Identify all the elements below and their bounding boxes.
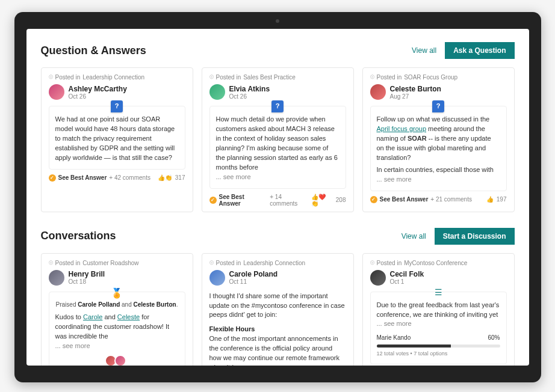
focus-group-link[interactable]: April focus group [377, 125, 427, 132]
avatar[interactable] [49, 270, 64, 286]
see-more-link[interactable]: ... see more [377, 320, 412, 327]
discussion-body: I thought I'd share some of the importan… [209, 292, 346, 366]
author-name[interactable]: Cecil Folk [390, 270, 424, 278]
qa-card[interactable]: ⦾ Posted in Leadership Connection Ashley… [41, 67, 193, 212]
conversation-card[interactable]: ⦾ Posted in Leadership Connection Carole… [202, 253, 354, 366]
posted-in: ⦾ Posted in MyContoso Conference [370, 260, 507, 266]
avatar[interactable] [209, 84, 225, 100]
discussion-subheading: Flexible Hours [209, 325, 346, 334]
mention-link[interactable]: Celeste [117, 313, 140, 320]
check-icon: ✓ [49, 174, 56, 182]
reactions[interactable]: 👍👏 317 [158, 174, 185, 181]
community-icon: ⦾ [370, 74, 374, 81]
author-row: Ashley McCarthy Oct 26 [49, 84, 185, 100]
qa-card[interactable]: ⦾ Posted in Sales Best Practice Elvia At… [202, 67, 354, 212]
avatar[interactable] [49, 84, 64, 100]
see-more-link[interactable]: ... see more [55, 342, 90, 349]
check-icon: ✓ [370, 196, 377, 203]
question-icon: ? [432, 100, 444, 112]
qa-view-all-link[interactable]: View all [412, 46, 436, 55]
avatar[interactable] [114, 355, 126, 366]
poll-body: ☰ Due to the great feedback from last ye… [370, 292, 507, 364]
question-body: ? We had at one point said our SOAR mode… [49, 106, 185, 170]
author-name[interactable]: Celeste Burton [390, 85, 441, 93]
author-row: Elvia Atkins Oct 26 [209, 84, 346, 100]
author-row: Cecil Folk Oct 1 [370, 270, 507, 286]
card-footer: ✓ See Best Answer + 42 comments 👍👏 317 [49, 174, 185, 182]
card-footer: ✓ See Best Answer + 14 comments 👍❤️👏 208 [209, 194, 346, 207]
praise-body: 🏅 Praised Carole Polland and Celeste Bur… [49, 292, 185, 366]
poll-option-pct: 60% [488, 334, 500, 343]
conv-section-header: Conversations View all Start a Discussio… [41, 228, 515, 245]
post-date: Oct 18 [69, 278, 105, 285]
avatar[interactable] [370, 270, 386, 286]
conv-section-actions: View all Start a Discussion [402, 228, 515, 245]
see-best-answer-link[interactable]: ✓ See Best Answer + 14 comments [209, 194, 311, 207]
device-camera [276, 19, 279, 23]
comments-count[interactable]: + 14 comments [270, 194, 311, 207]
posted-in: ⦾ Posted in Leadership Connection [49, 74, 185, 81]
poll-progress-bar [377, 345, 500, 348]
poll-option-row[interactable]: Marie Kando 60% [377, 334, 500, 343]
question-body: ? Follow up on what we discussed in the … [370, 106, 507, 191]
qa-section-header: Question & Answers View all Ask a Questi… [41, 42, 515, 59]
author-name[interactable]: Elvia Atkins [229, 85, 270, 93]
check-icon: ✓ [209, 197, 217, 204]
poll-meta: 12 total votes • 7 total options [377, 350, 500, 358]
ask-question-button[interactable]: Ask a Question [445, 42, 514, 59]
avatar[interactable] [370, 84, 386, 100]
praise-icon: 🏅 [111, 286, 123, 298]
posted-in: ⦾ Posted in Sales Best Practice [209, 74, 346, 81]
author-row: Celeste Burton Aug 27 [370, 84, 507, 100]
question-icon: ? [111, 100, 123, 112]
see-best-answer-link[interactable]: ✓ See Best Answer + 42 comments [49, 174, 150, 182]
comments-count[interactable]: + 42 comments [109, 174, 150, 181]
reactions[interactable]: 👍❤️👏 208 [311, 194, 346, 207]
post-date: Oct 11 [229, 278, 278, 285]
poll-icon: ☰ [435, 286, 442, 298]
card-footer: ✓ See Best Answer + 21 comments 👍 197 [370, 196, 507, 203]
qa-card[interactable]: ⦾ Posted in SOAR Focus Group Celeste Bur… [362, 67, 515, 212]
conversation-card[interactable]: ⦾ Posted in MyContoso Conference Cecil F… [362, 253, 515, 366]
author-name[interactable]: Ashley McCarthy [69, 85, 127, 93]
praised-line: Praised Carole Polland and Celeste Burto… [55, 301, 179, 310]
see-best-answer-link[interactable]: ✓ See Best Answer + 21 comments [370, 196, 472, 203]
question-icon: ? [271, 100, 284, 112]
conv-cards-row: ⦾ Posted in Customer Roadshow Henry Bril… [41, 253, 515, 366]
post-date: Oct 26 [69, 93, 127, 100]
post-date: Oct 26 [229, 93, 270, 100]
community-icon: ⦾ [370, 260, 374, 266]
avatar[interactable] [209, 270, 225, 286]
qa-cards-row: ⦾ Posted in Leadership Connection Ashley… [41, 67, 515, 212]
qa-section-actions: View all Ask a Question [412, 42, 515, 59]
see-more-link[interactable]: ... see more [377, 176, 412, 183]
posted-in: ⦾ Posted in Leadership Connection [209, 260, 346, 266]
community-icon: ⦾ [49, 260, 53, 266]
reactions[interactable]: 👍 197 [486, 196, 507, 203]
posted-in: ⦾ Posted in SOAR Focus Group [370, 74, 507, 81]
poll-progress-fill [377, 345, 451, 348]
conv-section-title: Conversations [41, 230, 116, 242]
mention-link[interactable]: Carole [83, 313, 102, 320]
author-row: Carole Poland Oct 11 [209, 270, 346, 286]
qa-section-title: Question & Answers [41, 44, 146, 57]
comments-count[interactable]: + 21 comments [430, 196, 472, 203]
question-body: ? How much detail do we provide when cus… [209, 106, 346, 189]
conv-view-all-link[interactable]: View all [402, 232, 426, 240]
author-name[interactable]: Carole Poland [229, 270, 278, 278]
see-more-link[interactable]: ... see more [216, 173, 251, 180]
conversation-card[interactable]: ⦾ Posted in Customer Roadshow Henry Bril… [41, 253, 193, 366]
poll-option-name: Marie Kando [377, 334, 411, 343]
author-row: Henry Brill Oct 18 [49, 270, 185, 286]
app-screen: Question & Answers View all Ask a Questi… [26, 29, 529, 366]
posted-in: ⦾ Posted in Customer Roadshow [49, 260, 185, 266]
start-discussion-button[interactable]: Start a Discussion [435, 228, 515, 245]
author-name[interactable]: Henry Brill [69, 270, 105, 278]
community-icon: ⦾ [209, 74, 214, 81]
post-date: Oct 1 [390, 278, 424, 285]
praised-avatars [55, 355, 179, 366]
post-date: Aug 27 [390, 93, 441, 100]
community-icon: ⦾ [49, 74, 53, 81]
community-icon: ⦾ [209, 260, 214, 266]
